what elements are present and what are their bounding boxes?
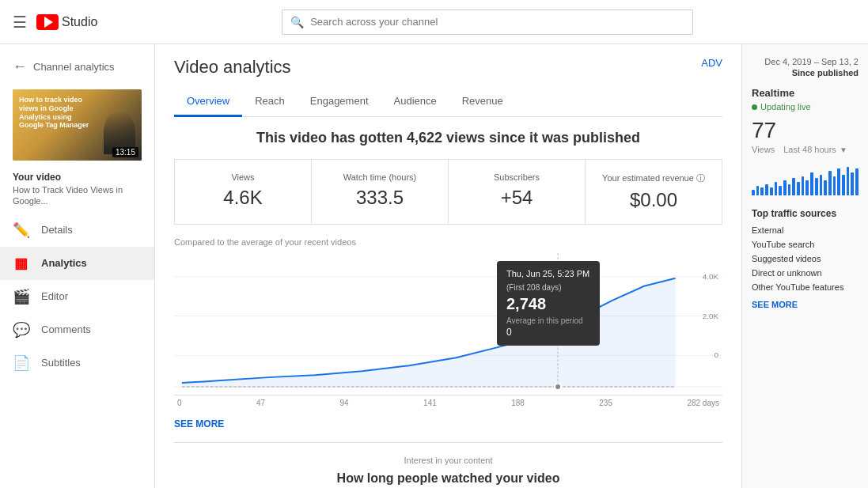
mini-bar — [815, 178, 818, 195]
tooltip-period: (First 208 days) — [506, 283, 590, 292]
adv-link[interactable]: ADV — [701, 57, 722, 69]
interest-label: Interest in your content — [174, 456, 722, 465]
metric-views-label: Views — [188, 172, 298, 182]
x-label-47: 47 — [256, 399, 265, 407]
sidebar-item-subtitles[interactable]: 📄 Subtitles — [0, 346, 154, 380]
chart-section: Compared to the average of your recent v… — [174, 237, 722, 429]
tooltip-avg-label: Average in this period — [506, 316, 590, 325]
since-published: Since published — [752, 68, 859, 78]
sidebar-back[interactable]: ← Channel analytics — [0, 51, 154, 83]
tabs: Overview Reach Engagement Audience Reven… — [174, 87, 722, 117]
live-label: Updating live — [760, 102, 811, 112]
section-divider — [174, 442, 722, 443]
x-axis: 0 47 94 141 188 235 282 days — [174, 395, 722, 410]
metric-subscribers-label: Subscribers — [461, 172, 572, 182]
chart-tooltip: Thu, Jun 25, 5:23 PM (First 208 days) 2,… — [497, 261, 600, 346]
sidebar-label-editor: Editor — [41, 290, 68, 302]
tab-revenue[interactable]: Revenue — [449, 87, 516, 117]
mini-bar — [855, 168, 859, 195]
metric-subscribers: Subscribers +54 — [449, 160, 586, 224]
tab-audience[interactable]: Audience — [381, 87, 449, 117]
mini-bar — [851, 172, 854, 195]
mini-bar — [760, 187, 764, 195]
mini-bar — [779, 186, 782, 195]
mini-bar — [810, 172, 813, 195]
analytics-icon: ▦ — [13, 255, 28, 272]
sidebar-item-comments[interactable]: 💬 Comments — [0, 313, 154, 346]
chart-svg: 4.0K 2.0K 0 — [174, 253, 722, 395]
traffic-other[interactable]: Other YouTube features — [752, 282, 859, 292]
traffic-suggested[interactable]: Suggested videos — [752, 254, 859, 263]
mini-bars — [752, 164, 859, 195]
mini-bar — [847, 167, 850, 195]
sidebar: ← Channel analytics How to track video v… — [0, 44, 155, 488]
mini-bar — [765, 184, 768, 195]
search-input[interactable] — [310, 16, 684, 28]
mini-bar — [828, 171, 832, 195]
updating-live: Updating live — [752, 102, 859, 112]
live-dot — [752, 104, 757, 110]
svg-text:4.0K: 4.0K — [703, 272, 719, 281]
tooltip-avg-value: 0 — [506, 327, 590, 338]
tab-reach[interactable]: Reach — [242, 87, 298, 117]
sidebar-item-editor[interactable]: 🎬 Editor — [0, 280, 154, 313]
sidebar-item-details[interactable]: ✏️ Details — [0, 214, 154, 247]
mini-bar — [837, 168, 840, 195]
header-row: Video analytics ADV — [174, 57, 722, 81]
mini-bar — [783, 180, 787, 195]
sidebar-item-analytics[interactable]: ▦ Analytics — [0, 247, 154, 280]
menu-icon[interactable]: ☰ — [13, 13, 27, 32]
x-label-0: 0 — [177, 399, 182, 407]
chart-comparison-label: Compared to the average of your recent v… — [174, 237, 722, 247]
mini-bar — [752, 190, 755, 195]
sidebar-label-comments: Comments — [41, 323, 91, 335]
period-dropdown[interactable]: ▼ — [840, 146, 847, 154]
x-label-282: 282 days — [687, 399, 719, 407]
info-icon[interactable]: ⓘ — [696, 173, 705, 183]
see-more-button[interactable]: SEE MORE — [174, 418, 224, 429]
section-title: How long people watched your video — [174, 471, 722, 486]
search-bar[interactable]: 🔍 — [282, 9, 693, 35]
content-area: Video analytics ADV Overview Reach Engag… — [155, 44, 868, 488]
svg-text:0: 0 — [714, 350, 719, 359]
mini-bar — [775, 182, 778, 195]
mini-bar — [756, 186, 760, 195]
main-layout: ← Channel analytics How to track video v… — [0, 44, 868, 488]
views-label: Views — [752, 145, 775, 154]
sidebar-back-label: Channel analytics — [33, 61, 115, 73]
realtime-count: 77 — [752, 118, 859, 143]
traffic-external[interactable]: External — [752, 225, 859, 235]
svg-text:2.0K: 2.0K — [703, 312, 719, 320]
metric-watchtime-value: 333.5 — [324, 187, 435, 209]
realtime-title: Realtime — [752, 87, 859, 99]
video-thumbnail[interactable]: How to track video views in Google Analy… — [13, 89, 142, 161]
subtitles-icon: 📄 — [13, 354, 28, 372]
x-label-141: 141 — [423, 399, 437, 407]
chart-container: Thu, Jun 25, 5:23 PM (First 208 days) 2,… — [174, 253, 722, 395]
back-arrow-icon: ← — [13, 59, 27, 75]
mini-bar — [792, 178, 795, 195]
tab-engagement[interactable]: Engagement — [298, 87, 381, 117]
metric-views-value: 4.6K — [188, 187, 298, 209]
right-see-more[interactable]: SEE MORE — [752, 300, 859, 309]
your-video-label: Your video — [0, 167, 154, 184]
studio-label: Studio — [62, 15, 97, 29]
traffic-yt-search[interactable]: YouTube search — [752, 240, 859, 249]
tab-overview[interactable]: Overview — [174, 87, 242, 117]
metrics-row: Views 4.6K Watch time (hours) 333.5 Subs… — [174, 159, 722, 225]
sidebar-label-details: Details — [41, 224, 73, 236]
x-label-188: 188 — [511, 399, 525, 407]
metric-revenue-value: $0.00 — [598, 189, 709, 211]
video-title: How to Track Video Views in Google... — [0, 184, 154, 214]
topbar: ☰ Studio 🔍 — [0, 0, 868, 44]
traffic-direct[interactable]: Direct or unknown — [752, 268, 859, 278]
comments-icon: 💬 — [13, 321, 28, 339]
video-duration: 13:15 — [112, 147, 138, 157]
mini-bar — [802, 176, 805, 195]
sidebar-label-subtitles: Subtitles — [41, 357, 81, 369]
traffic-title: Top traffic sources — [752, 208, 859, 219]
mini-bar — [824, 180, 827, 195]
right-panel: Dec 4, 2019 – Sep 13, 2 Since published … — [741, 44, 868, 488]
mini-bar — [797, 182, 800, 195]
search-icon: 🔍 — [290, 16, 304, 28]
